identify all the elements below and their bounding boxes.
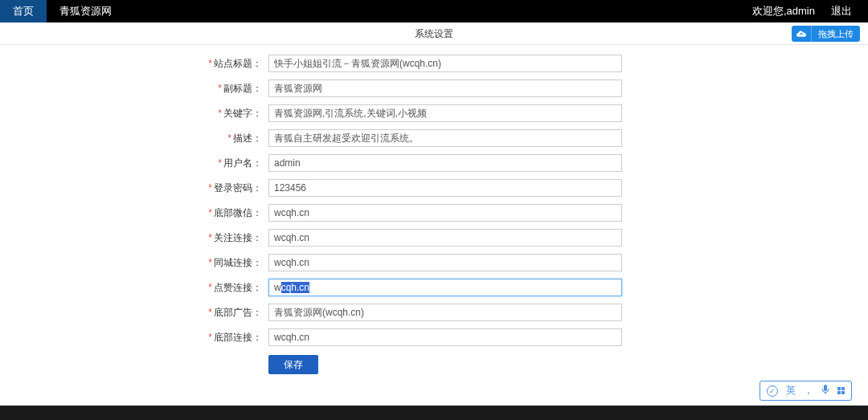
form-row: 描述： [16,128,852,149]
save-button[interactable]: 保存 [268,355,318,374]
form-input[interactable] [268,204,622,222]
form-row: 底部连接： [16,327,852,348]
page-title: 系统设置 [415,27,453,41]
form-label: 关注连接： [16,231,268,245]
nav-home[interactable]: 首页 [0,0,47,22]
upload-button[interactable]: 拖拽上传 [792,26,860,42]
form-input[interactable] [268,254,622,271]
topbar-left: 首页 青狐资源网 [0,0,125,22]
cloud-upload-icon [792,26,812,42]
form-input[interactable] [268,304,622,321]
form-input[interactable] [268,104,622,122]
form-input[interactable] [268,55,622,72]
form-label: 副标题： [16,82,268,96]
form-row: 登录密码： [16,177,852,198]
form-row: 站点标题： [16,53,852,74]
form-row: 关注连接： [16,227,852,248]
form-input[interactable] [268,129,622,147]
logout-link[interactable]: 退出 [831,4,852,18]
nav-brand[interactable]: 青狐资源网 [47,0,125,22]
settings-form: 站点标题：副标题：关键字：描述：用户名：登录密码：底部微信：关注连接：同城连接：… [0,45,868,374]
form-row: 副标题： [16,78,852,99]
welcome-text: 欢迎您,admin [752,4,815,18]
form-row: 同城连接： [16,252,852,273]
form-input[interactable] [268,179,622,197]
form-label: 底部广告： [16,306,268,320]
form-row: 底部广告： [16,302,852,323]
form-label: 描述： [16,132,268,145]
form-input[interactable] [268,279,622,296]
form-row: 点赞连接： [16,277,852,298]
form-label: 站点标题： [16,57,268,71]
form-input[interactable] [268,328,622,346]
top-navbar: 首页 青狐资源网 欢迎您,admin 退出 [0,0,868,22]
form-label: 关键字： [16,107,268,120]
form-label: 同城连接： [16,256,268,270]
page-header: 系统设置 拖拽上传 [0,24,868,45]
form-label: 用户名： [16,157,268,170]
form-label: 底部微信： [16,206,268,220]
form-input[interactable] [268,154,622,172]
form-row: 底部微信： [16,202,852,223]
form-label: 登录密码： [16,181,268,195]
form-label: 底部连接： [16,331,268,345]
form-row: 关键字： [16,103,852,124]
form-input[interactable] [268,229,622,247]
topbar-right: 欢迎您,admin 退出 [752,0,868,22]
upload-label: 拖拽上传 [812,28,860,40]
form-input[interactable] [268,80,622,97]
form-row: 用户名： [16,153,852,173]
form-label: 点赞连接： [16,281,268,295]
